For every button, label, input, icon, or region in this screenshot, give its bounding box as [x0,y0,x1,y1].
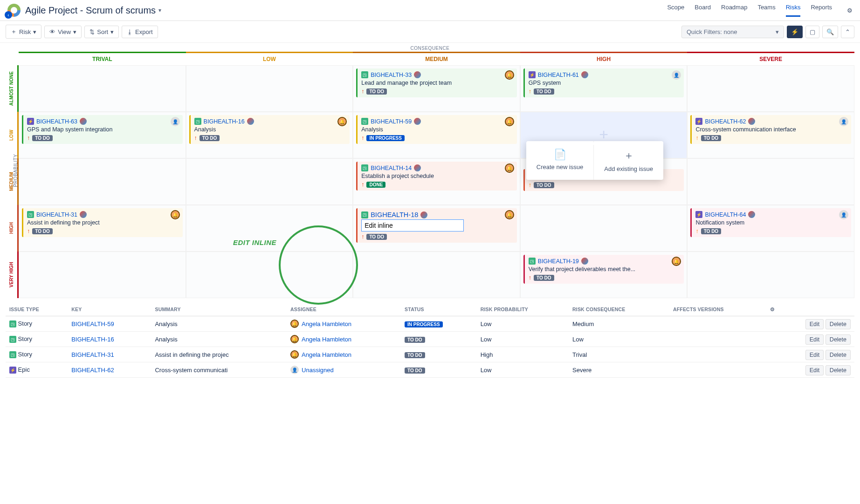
back-icon[interactable]: ‹ [5,11,12,19]
nav-teams[interactable]: Teams [757,4,775,17]
issue-key[interactable]: BIGHEALTH-59 [371,118,412,125]
card-bighealth-18[interactable]: 🔔 ◳BIGHEALTH-18 ↑TO DO [356,208,517,243]
cell[interactable]: 🔔 ◳BIGHEALTH-33 Lead and manage the proj… [353,65,520,112]
collapse-icon[interactable]: ⌃ [841,26,854,38]
avatar[interactable]: 🔔 [505,210,514,219]
nav-reports[interactable]: Reports [811,4,832,17]
cell[interactable] [520,205,688,252]
cell[interactable]: 🔔 ◳BIGHEALTH-31 Assist in defining the p… [19,205,186,252]
delete-button[interactable]: Delete [826,334,851,345]
th-settings[interactable]: ⚙ [766,303,854,316]
nav-roadmap[interactable]: Roadmap [721,4,747,17]
delete-button[interactable]: Delete [826,350,851,360]
edit-button[interactable]: Edit [805,350,824,360]
delete-button[interactable]: Delete [826,319,851,329]
table-row[interactable]: ⚡ EpicBIGHEALTH-62Cross-system communica… [6,362,854,378]
cell[interactable] [353,252,520,298]
card-bighealth-14[interactable]: 🔔 ◳BIGHEALTH-14 Establish a project sche… [356,162,517,191]
app-logo[interactable]: ‹ [7,4,21,17]
edit-button[interactable]: Edit [805,334,824,345]
cell-assignee[interactable]: 🔔Angela Hambleton [287,316,401,332]
avatar[interactable]: 🔔 [505,117,514,126]
th-assignee[interactable]: ASSIGNEE [287,303,401,316]
cell[interactable] [687,158,854,205]
add-existing-issue-button[interactable]: ＋ Add existing issue [593,141,663,180]
quick-filters-select[interactable]: Quick Filters: none▾ [681,26,784,38]
avatar[interactable]: 👤 [171,117,180,126]
avatar[interactable]: 👤 [839,117,848,126]
card-bighealth-31[interactable]: 🔔 ◳BIGHEALTH-31 Assist in defining the p… [22,208,183,237]
issue-key[interactable]: BIGHEALTH-62 [705,118,746,125]
table-row[interactable]: ◳ StoryBIGHEALTH-31Assist in defining th… [6,347,854,362]
th-issue-type[interactable]: ISSUE TYPE [6,303,68,316]
cell[interactable]: 🔔 ◳BIGHEALTH-19 Verify that project deli… [520,252,688,298]
gear-icon[interactable]: ⚙ [847,7,853,14]
issue-key[interactable]: BIGHEALTH-31 [36,211,77,218]
cell[interactable]: 👤 ⚡BIGHEALTH-63 GPS and Map system integ… [19,112,186,158]
avatar[interactable]: 🔔 [505,70,514,80]
cell[interactable] [186,65,353,112]
cell[interactable] [19,65,186,112]
cell[interactable] [687,65,854,112]
search-icon[interactable]: 🔍 [822,26,838,38]
cell-assignee[interactable]: 👤Unassigned [287,362,401,378]
table-row[interactable]: ◳ StoryBIGHEALTH-59Analysis🔔Angela Hambl… [6,316,854,332]
cell-key[interactable]: BIGHEALTH-31 [68,347,151,362]
bolt-icon[interactable]: ⚡ [787,26,803,38]
cell-assignee[interactable]: 🔔Angela Hambleton [287,332,401,347]
cell[interactable]: 👤 ⚡BIGHEALTH-61 GPS system ↑TO DO [520,65,688,112]
card-bighealth-59[interactable]: 🔔 ◳BIGHEALTH-59 Analysis ↑IN PROGRESS [356,115,517,144]
cell-dropzone[interactable]: + 📄 Create new issue ＋ Add existing issu… [520,112,688,158]
card-bighealth-19[interactable]: 🔔 ◳BIGHEALTH-19 Verify that project deli… [523,255,684,284]
calendar-icon[interactable]: ▢ [805,26,819,38]
avatar[interactable]: 🔔 [337,117,347,126]
cell[interactable]: 🔔 ◳BIGHEALTH-14 Establish a project sche… [353,158,520,205]
issue-key[interactable]: BIGHEALTH-16 [204,118,245,125]
th-consequence[interactable]: RISK CONSEQUENCE [569,303,669,316]
cell[interactable] [687,252,854,298]
th-status[interactable]: STATUS [401,303,477,316]
nav-scope[interactable]: Scope [667,4,684,17]
issue-key[interactable]: BIGHEALTH-63 [36,118,77,125]
cell[interactable]: 👤 ⚡BIGHEALTH-62 Cross-system communicati… [687,112,854,158]
create-new-issue-button[interactable]: 📄 Create new issue [526,141,593,180]
cell[interactable] [186,158,353,205]
card-bighealth-16[interactable]: 🔔 ◳BIGHEALTH-16 Analysis ↑TO DO [189,115,350,144]
sort-button[interactable]: ⇅Sort▾ [84,26,119,38]
cell-assignee[interactable]: 🔔Angela Hambleton [287,347,401,362]
cell-key[interactable]: BIGHEALTH-59 [68,316,151,332]
page-title[interactable]: Agile Project - Scrum of scrums ▾ [25,5,161,16]
edit-button[interactable]: Edit [805,365,824,375]
cell[interactable]: 🔔 ◳BIGHEALTH-18 ↑TO DO [353,205,520,252]
th-affects-versions[interactable]: AFFECTS VERSIONS [669,303,766,316]
card-bighealth-61[interactable]: 👤 ⚡BIGHEALTH-61 GPS system ↑TO DO [523,68,684,97]
nav-board[interactable]: Board [695,4,711,17]
cell[interactable]: 🔔 ◳BIGHEALTH-16 Analysis ↑TO DO [186,112,353,158]
delete-button[interactable]: Delete [826,365,851,375]
edit-button[interactable]: Edit [805,319,824,329]
avatar[interactable]: 👤 [839,210,848,219]
th-summary[interactable]: SUMMARY [151,303,287,316]
cell[interactable] [186,252,353,298]
issue-key[interactable]: BIGHEALTH-18 [371,211,418,218]
avatar[interactable]: 🔔 [171,210,180,219]
issue-key[interactable]: BIGHEALTH-33 [371,72,412,78]
issue-key[interactable]: BIGHEALTH-61 [538,72,579,78]
avatar[interactable]: 🔔 [672,257,681,266]
cell[interactable] [19,252,186,298]
view-button[interactable]: 👁View▾ [44,26,82,38]
export-button[interactable]: ⭳Export [122,26,158,38]
card-bighealth-63[interactable]: 👤 ⚡BIGHEALTH-63 GPS and Map system integ… [22,115,183,144]
cell[interactable] [19,158,186,205]
issue-key[interactable]: BIGHEALTH-14 [371,165,412,171]
cell[interactable]: 🔔 ◳BIGHEALTH-59 Analysis ↑IN PROGRESS [353,112,520,158]
cell-key[interactable]: BIGHEALTH-62 [68,362,151,378]
cell[interactable]: 👤 ⚡BIGHEALTH-64 Notification system ↑TO … [687,205,854,252]
issue-key[interactable]: BIGHEALTH-64 [705,211,746,218]
nav-risks[interactable]: Risks [786,4,801,17]
avatar[interactable]: 🔔 [505,163,514,173]
th-probability[interactable]: RISK PROBABILITY [477,303,569,316]
avatar[interactable]: 👤 [672,70,681,80]
card-bighealth-33[interactable]: 🔔 ◳BIGHEALTH-33 Lead and manage the proj… [356,68,517,97]
card-bighealth-64[interactable]: 👤 ⚡BIGHEALTH-64 Notification system ↑TO … [690,208,851,237]
